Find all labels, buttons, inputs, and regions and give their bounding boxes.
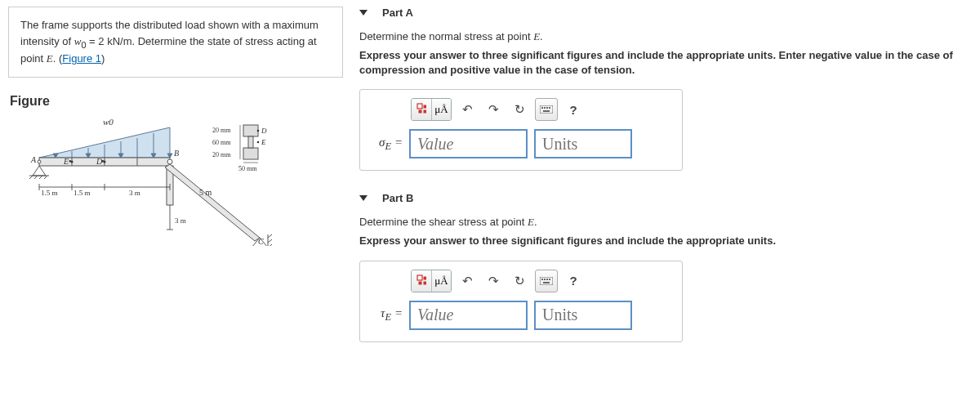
svg-rect-69 xyxy=(541,279,543,280)
part-a-value-input[interactable] xyxy=(409,129,528,158)
svg-rect-62 xyxy=(549,107,550,109)
symbols-button[interactable]: μÅ xyxy=(431,270,451,292)
svg-text:•: • xyxy=(69,157,72,166)
label-A: A xyxy=(30,155,37,164)
part-a-header[interactable]: Part A xyxy=(359,0,972,25)
svg-marker-30 xyxy=(165,164,260,241)
svg-rect-46 xyxy=(243,148,258,159)
label-B: B xyxy=(174,149,179,158)
part-b-units-input[interactable] xyxy=(534,301,632,330)
undo-button[interactable]: ↶ xyxy=(457,99,478,120)
svg-rect-72 xyxy=(549,279,550,280)
svg-rect-47 xyxy=(248,136,253,148)
label-w0: w0 xyxy=(103,117,114,127)
svg-rect-58 xyxy=(540,105,553,114)
svg-line-34 xyxy=(268,239,272,243)
help-button[interactable]: ? xyxy=(563,99,584,120)
svg-rect-73 xyxy=(543,282,550,283)
dim-3b: 3 m xyxy=(175,216,186,225)
cs-D: D xyxy=(261,127,267,135)
collapse-icon xyxy=(359,195,368,201)
problem-eq: = 2 kN/m xyxy=(86,35,131,47)
cs-50: 50 mm xyxy=(238,165,257,172)
cs-60: 60 mm xyxy=(212,139,231,146)
svg-rect-54 xyxy=(417,104,422,109)
templates-icon xyxy=(416,103,426,116)
svg-rect-63 xyxy=(543,110,550,112)
problem-statement: The frame supports the distributed load … xyxy=(8,7,343,78)
part-a-prompt: Determine the normal stress at point E. xyxy=(359,30,972,43)
point-e: E xyxy=(47,52,53,65)
problem-text3: . ( xyxy=(53,52,63,65)
keyboard-button[interactable] xyxy=(535,98,558,121)
svg-rect-45 xyxy=(243,125,258,136)
svg-rect-68 xyxy=(540,277,553,285)
cs-20b: 20 mm xyxy=(212,151,231,158)
part-b-eq-label: τE = xyxy=(370,306,403,324)
svg-rect-71 xyxy=(546,279,548,280)
dim-15a: 1.5 m xyxy=(41,189,58,197)
svg-text:•: • xyxy=(101,157,105,166)
templates-group: μÅ xyxy=(411,98,452,121)
svg-line-24 xyxy=(29,176,33,179)
svg-rect-59 xyxy=(541,107,543,109)
svg-rect-65 xyxy=(424,277,426,279)
svg-line-27 xyxy=(44,176,47,179)
svg-rect-67 xyxy=(424,282,426,284)
svg-rect-64 xyxy=(417,275,422,280)
figure-diagram: w0 E• D• A B 5 m xyxy=(15,115,343,248)
keyboard-button[interactable] xyxy=(535,270,558,292)
part-a-eq-label: σE = xyxy=(370,136,403,153)
svg-marker-21 xyxy=(33,166,46,176)
templates-button[interactable] xyxy=(412,99,431,120)
svg-rect-66 xyxy=(419,282,421,284)
collapse-icon xyxy=(359,10,368,16)
svg-rect-60 xyxy=(544,107,546,109)
svg-rect-70 xyxy=(544,279,546,280)
templates-button[interactable] xyxy=(412,270,431,292)
undo-button[interactable]: ↶ xyxy=(457,270,478,292)
reset-button[interactable]: ↻ xyxy=(509,270,530,292)
templates-group: μÅ xyxy=(411,270,452,292)
keyboard-icon xyxy=(540,105,553,114)
svg-point-22 xyxy=(38,160,41,163)
redo-button[interactable]: ↷ xyxy=(483,270,504,292)
label-C: C xyxy=(258,237,264,246)
svg-point-48 xyxy=(257,130,260,132)
svg-point-49 xyxy=(257,141,260,144)
symbols-button[interactable]: μÅ xyxy=(431,99,451,120)
part-b-title: Part B xyxy=(382,192,413,204)
part-a-answer-box: μÅ ↶ ↷ ↻ ? σE = xyxy=(359,89,683,171)
templates-icon xyxy=(416,274,426,288)
svg-rect-56 xyxy=(419,110,421,113)
redo-button[interactable]: ↷ xyxy=(483,99,504,120)
part-b-instructions: Express your answer to three significant… xyxy=(359,234,972,248)
label-5m: 5 m xyxy=(199,188,212,197)
dim-3a: 3 m xyxy=(129,189,140,197)
svg-point-28 xyxy=(167,159,172,164)
svg-line-33 xyxy=(268,234,272,238)
svg-line-26 xyxy=(39,176,42,179)
keyboard-icon xyxy=(540,277,553,285)
problem-text4: ) xyxy=(101,52,105,65)
part-a-title: Part A xyxy=(382,7,413,19)
figure-title: Figure xyxy=(10,94,343,109)
svg-rect-61 xyxy=(546,107,548,109)
part-b-prompt: Determine the shear stress at point E. xyxy=(359,216,972,229)
svg-line-35 xyxy=(268,244,272,246)
part-a-instructions: Express your answer to three significant… xyxy=(359,48,972,78)
part-b-header[interactable]: Part B xyxy=(359,185,972,211)
figure-link[interactable]: Figure 1 xyxy=(62,52,101,65)
dim-15b: 1.5 m xyxy=(74,189,91,197)
svg-line-25 xyxy=(34,176,38,179)
cs-E: E xyxy=(261,138,266,146)
help-button[interactable]: ? xyxy=(563,270,584,292)
cs-20a: 20 mm xyxy=(212,127,231,134)
svg-rect-55 xyxy=(424,105,426,108)
part-b-value-input[interactable] xyxy=(409,301,528,330)
svg-rect-57 xyxy=(424,110,426,113)
part-b-answer-box: μÅ ↶ ↷ ↻ ? τE = xyxy=(359,261,683,342)
part-a-units-input[interactable] xyxy=(534,129,632,158)
reset-button[interactable]: ↻ xyxy=(509,99,530,120)
